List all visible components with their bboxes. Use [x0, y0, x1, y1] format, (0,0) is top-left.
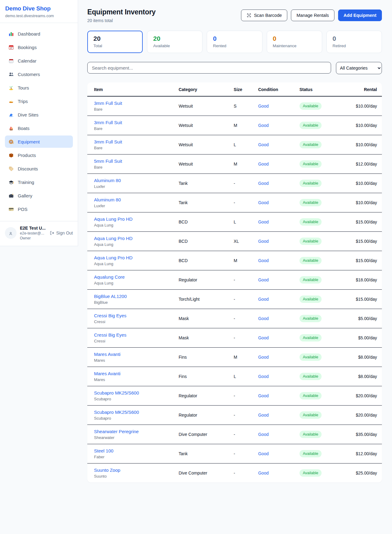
table-row[interactable]: Steel 100 Faber Tank - Good Available $1… [87, 444, 382, 463]
item-name-link[interactable]: Aqua Lung Pro HD [94, 216, 179, 222]
sidebar-item-tours[interactable]: Tours [5, 82, 73, 94]
table-row[interactable]: 3mm Full Suit Bare Wetsuit S Good Availa… [87, 96, 382, 116]
item-condition-link[interactable]: Good [258, 277, 269, 282]
item-condition-link[interactable]: Good [258, 297, 269, 302]
table-row[interactable]: Aqua Lung Pro HD Aqua Lung BCD M Good Av… [87, 251, 382, 270]
sidebar-item-boats[interactable]: Boats [5, 122, 73, 134]
table-row[interactable]: Scubapro MK25/S600 Scubapro Regulator - … [87, 406, 382, 425]
item-rental: $15.00/day [352, 290, 382, 309]
add-equipment-button[interactable]: Add Equipment [338, 10, 382, 21]
stat-card-maintenance[interactable]: 0 Maintenance [267, 31, 322, 53]
table-row[interactable]: Aluminum 80 Luxfer Tank - Good Available… [87, 193, 382, 212]
table-row[interactable]: Cressi Big Eyes Cressi Mask - Good Avail… [87, 328, 382, 348]
table-row[interactable]: Aqualung Core Aqua Lung Regulator - Good… [87, 270, 382, 290]
item-name-link[interactable]: Suunto Zoop [94, 467, 179, 473]
table-row[interactable]: Aqua Lung Pro HD Aqua Lung BCD XL Good A… [87, 232, 382, 251]
search-input[interactable] [87, 62, 331, 74]
item-name-link[interactable]: Aqua Lung Pro HD [94, 255, 179, 260]
stat-card-available[interactable]: 20 Available [147, 31, 202, 53]
item-condition-link[interactable]: Good [258, 451, 269, 456]
item-brand: Suunto [94, 474, 179, 479]
table-row[interactable]: Mares Avanti Mares Fins M Good Available… [87, 348, 382, 367]
item-size: - [234, 425, 258, 444]
item-name-link[interactable]: Aluminum 80 [94, 197, 179, 202]
stat-card-rented[interactable]: 0 Rented [207, 31, 262, 53]
stat-card-retired[interactable]: 0 Retired [326, 31, 382, 53]
item-size: XL [234, 232, 258, 251]
table-header: ItemCategorySizeConditionStatusRental [87, 82, 382, 96]
item-name-link[interactable]: Cressi Big Eyes [94, 332, 179, 338]
item-condition-link[interactable]: Good [258, 374, 269, 379]
table-row[interactable]: 3mm Full Suit Bare Wetsuit M Good Availa… [87, 116, 382, 135]
table-row[interactable]: Aqua Lung Pro HD Aqua Lung BCD L Good Av… [87, 212, 382, 232]
item-condition-link[interactable]: Good [258, 219, 269, 224]
column-header-category: Category [179, 82, 234, 96]
table-row[interactable]: Suunto Zoop Suunto Dive Computer - Good … [87, 463, 382, 483]
item-condition-link[interactable]: Good [258, 200, 269, 205]
item-condition-link[interactable]: Good [258, 123, 269, 128]
table-row[interactable]: 5mm Full Suit Bare Wetsuit M Good Availa… [87, 154, 382, 174]
item-size: - [234, 193, 258, 212]
item-condition-link[interactable]: Good [258, 104, 269, 109]
item-condition-link[interactable]: Good [258, 239, 269, 244]
scan-barcode-button[interactable]: Scan Barcode [241, 10, 287, 21]
table-row[interactable]: 3mm Full Suit Bare Wetsuit L Good Availa… [87, 135, 382, 154]
item-condition-link[interactable]: Good [258, 316, 269, 321]
brand-block: Demo Dive Shop demo.test.divestreams.com [0, 0, 78, 23]
sidebar-item-discounts[interactable]: Discounts [5, 162, 73, 175]
sidebar-item-bookings[interactable]: 17 Bookings [5, 41, 73, 53]
item-name-link[interactable]: Steel 100 [94, 448, 179, 453]
item-condition-link[interactable]: Good [258, 413, 269, 418]
sidebar-item-calendar[interactable]: Calendar [5, 55, 73, 67]
column-header-status: Status [300, 82, 352, 96]
item-condition-link[interactable]: Good [258, 258, 269, 263]
item-condition-link[interactable]: Good [258, 181, 269, 186]
item-name-link[interactable]: Scubapro MK25/S600 [94, 410, 179, 415]
item-name-link[interactable]: Aqualung Core [94, 274, 179, 280]
item-name-link[interactable]: Aqua Lung Pro HD [94, 236, 179, 241]
item-brand: Mares [94, 377, 179, 382]
item-name-link[interactable]: 3mm Full Suit [94, 120, 179, 125]
sidebar-item-trips[interactable]: Trips [5, 95, 73, 107]
stat-card-total[interactable]: 20 Total [87, 31, 143, 53]
item-condition-link[interactable]: Good [258, 335, 269, 340]
item-name-link[interactable]: 3mm Full Suit [94, 139, 179, 144]
sidebar-item-products[interactable]: Products [5, 149, 73, 161]
table-row[interactable]: Mares Avanti Mares Fins L Good Available… [87, 367, 382, 386]
item-name-link[interactable]: 5mm Full Suit [94, 158, 179, 164]
table-row[interactable]: Aluminum 80 Luxfer Tank - Good Available… [87, 174, 382, 193]
category-filter-select[interactable]: All Categories [336, 62, 382, 74]
item-name-link[interactable]: Aluminum 80 [94, 178, 179, 183]
item-name-link[interactable]: BigBlue AL1200 [94, 294, 179, 299]
item-condition-link[interactable]: Good [258, 471, 269, 475]
item-category: Tank [179, 444, 234, 463]
item-condition-link[interactable]: Good [258, 142, 269, 147]
sidebar-item-dive-sites[interactable]: Dive Sites [5, 109, 73, 121]
item-size: - [234, 309, 258, 328]
sidebar-item-customers[interactable]: Customers [5, 68, 73, 80]
item-name-link[interactable]: Scubapro MK25/S600 [94, 390, 179, 395]
item-brand: Bare [94, 107, 179, 112]
item-name-link[interactable]: Cressi Big Eyes [94, 313, 179, 318]
item-condition-link[interactable]: Good [258, 162, 269, 166]
item-name-link[interactable]: Shearwater Peregrine [94, 429, 179, 434]
sidebar-item-dashboard[interactable]: Dashboard [5, 28, 73, 40]
table-row[interactable]: Shearwater Peregrine Shearwater Dive Com… [87, 425, 382, 444]
sidebar-item-gallery[interactable]: Gallery [5, 189, 73, 202]
item-category: Dive Computer [179, 463, 234, 483]
item-brand: Scubapro [94, 416, 179, 421]
table-row[interactable]: Scubapro MK25/S600 Scubapro Regulator - … [87, 386, 382, 406]
item-condition-link[interactable]: Good [258, 393, 269, 398]
item-name-link[interactable]: 3mm Full Suit [94, 101, 179, 106]
item-condition-link[interactable]: Good [258, 432, 269, 437]
sidebar-item-training[interactable]: Training [5, 176, 73, 188]
item-condition-link[interactable]: Good [258, 355, 269, 360]
manage-rentals-button[interactable]: Manage Rentals [291, 10, 334, 21]
sidebar-item-pos[interactable]: POS [5, 203, 73, 215]
item-name-link[interactable]: Mares Avanti [94, 352, 179, 357]
table-row[interactable]: BigBlue AL1200 BigBlue Torch/Light - Goo… [87, 290, 382, 309]
sign-out-button[interactable]: Sign Out [50, 231, 73, 235]
sidebar-item-equipment[interactable]: Equipment [5, 135, 73, 148]
item-name-link[interactable]: Mares Avanti [94, 371, 179, 376]
table-row[interactable]: Cressi Big Eyes Cressi Mask - Good Avail… [87, 309, 382, 328]
